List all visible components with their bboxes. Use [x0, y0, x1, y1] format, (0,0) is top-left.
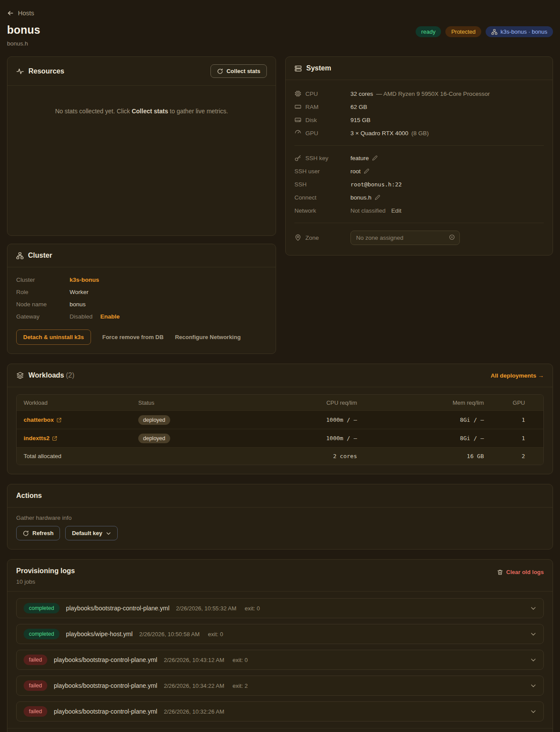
role-value: Worker: [70, 289, 267, 295]
log-entry[interactable]: failed playbooks/bootstrap-control-plane…: [16, 701, 544, 721]
gateway-enable-link[interactable]: Enable: [100, 313, 119, 320]
refresh-button[interactable]: Refresh: [16, 526, 60, 540]
network-edit-link[interactable]: Edit: [391, 207, 401, 214]
log-status-badge: completed: [24, 603, 60, 613]
map-pin-icon: [294, 234, 301, 241]
zone-locate-icon[interactable]: [448, 234, 455, 241]
ram-icon: [294, 103, 301, 110]
resources-empty-state: No stats collected yet. Click Collect st…: [7, 86, 276, 115]
clear-old-logs-button[interactable]: Clear old logs: [497, 569, 544, 575]
zone-label: Zone: [305, 235, 319, 241]
role-label: Role: [16, 289, 70, 295]
ram-value: 62 GB: [350, 104, 544, 110]
edit-ssh-user-icon[interactable]: [364, 168, 370, 174]
server-icon: [294, 65, 302, 72]
resources-title: Resources: [28, 67, 64, 75]
cluster-icon: [491, 29, 497, 35]
chevron-down-icon: [530, 631, 536, 637]
disk-icon: [294, 116, 301, 123]
network-label: Network: [294, 207, 316, 214]
page-header: bonus bonus.h ready Protected k3s-bonus …: [7, 24, 553, 47]
status-badge: deployed: [138, 415, 170, 425]
workloads-title: Workloads(2): [28, 371, 74, 379]
host-detail-page: Hosts bonus bonus.h ready Protected k3s-…: [0, 0, 560, 732]
ssh-key-value: feature: [350, 155, 369, 161]
force-remove-button[interactable]: Force remove from DB: [102, 334, 164, 340]
key-select-dropdown[interactable]: Default key: [65, 526, 117, 540]
all-deployments-link[interactable]: All deployments →: [490, 372, 544, 379]
ssh-value: root@bonus.h:22: [350, 181, 544, 188]
cluster-panel: Cluster Cluster k3s-bonus Role Worker No…: [7, 244, 276, 354]
logs-title: Provisioning logs: [16, 567, 75, 575]
chevron-down-icon: [530, 683, 536, 689]
table-row: indextts2 deployed 1000m / – 8Gi / – 1: [17, 429, 543, 447]
table-row: chatterbox deployed 1000m / – 8Gi / – 1: [17, 410, 543, 429]
chevron-down-icon: [530, 605, 536, 611]
ram-label: RAM: [305, 104, 318, 110]
back-to-hosts-link[interactable]: Hosts: [7, 10, 34, 17]
back-label: Hosts: [18, 10, 34, 17]
logs-job-count: 10 jobs: [16, 578, 75, 585]
layers-icon: [16, 371, 24, 379]
system-title: System: [306, 64, 331, 72]
activity-icon: [16, 67, 24, 75]
chevron-down-icon: [530, 657, 536, 663]
gpu-detail: (8 GB): [411, 130, 429, 137]
workload-link[interactable]: chatterbox: [24, 417, 62, 423]
ssh-user-label: SSH user: [294, 168, 320, 175]
connect-label: Connect: [294, 194, 316, 201]
workload-link[interactable]: indextts2: [24, 435, 57, 441]
disk-label: Disk: [305, 117, 317, 123]
cluster-badge[interactable]: k3s-bonus · bonus: [486, 26, 553, 37]
zone-input[interactable]: [350, 231, 460, 245]
cluster-name-link[interactable]: k3s-bonus: [70, 277, 99, 283]
reconfigure-networking-button[interactable]: Reconfigure Networking: [175, 334, 241, 340]
connect-value: bonus.h: [350, 194, 371, 201]
workloads-panel: Workloads(2) All deployments → Workload …: [7, 364, 553, 474]
log-status-badge: failed: [24, 680, 47, 691]
log-entry[interactable]: failed playbooks/bootstrap-control-plane…: [16, 650, 544, 670]
trash-icon: [497, 569, 503, 575]
refresh-icon: [217, 68, 223, 74]
cpu-value: 32 cores: [350, 91, 373, 97]
cpu-detail: — AMD Ryzen 9 5950X 16-Core Processor: [376, 91, 490, 97]
node-name-label: Node name: [16, 301, 70, 308]
gpu-icon: [294, 130, 301, 137]
chevron-down-icon: [106, 531, 111, 536]
refresh-icon: [23, 530, 29, 536]
actions-panel: Actions Gather hardware info Refresh Def…: [7, 484, 553, 550]
gather-hardware-label: Gather hardware info: [16, 515, 544, 521]
log-entry[interactable]: completed playbooks/wipe-host.yml 2/26/2…: [16, 624, 544, 644]
external-link-icon: [52, 436, 57, 441]
log-entry[interactable]: failed playbooks/bootstrap-control-plane…: [16, 676, 544, 696]
log-entry[interactable]: completed playbooks/bootstrap-control-pl…: [16, 598, 544, 618]
cluster-badge-label: k3s-bonus · bonus: [500, 28, 547, 35]
gateway-status: Disabled: [70, 313, 93, 320]
page-title: bonus: [7, 24, 40, 36]
gpu-label: GPU: [305, 130, 318, 137]
collect-stats-button[interactable]: Collect stats: [210, 64, 267, 78]
workloads-table: Workload Status CPU req/lim Mem req/lim …: [16, 394, 544, 465]
network-value: Not classified: [350, 207, 385, 214]
detach-uninstall-button[interactable]: Detach & uninstall k3s: [16, 329, 91, 345]
cpu-icon: [294, 90, 301, 97]
table-total-row: Total allocated 2 cores 16 GB 2: [17, 447, 543, 465]
protected-badge: Protected: [445, 26, 481, 37]
gpu-value: 3 × Quadro RTX 4000: [350, 130, 408, 137]
status-badges: ready Protected k3s-bonus · bonus: [416, 26, 553, 37]
hierarchy-icon: [16, 252, 24, 259]
resources-panel: Resources Collect stats No stats collect…: [7, 56, 276, 236]
log-list: completed playbooks/bootstrap-control-pl…: [16, 598, 544, 721]
cluster-title: Cluster: [28, 252, 52, 259]
back-arrow-icon: [7, 10, 14, 17]
log-status-badge: failed: [24, 655, 47, 665]
log-status-badge: failed: [24, 706, 47, 717]
cpu-label: CPU: [305, 91, 318, 97]
ssh-user-value: root: [350, 168, 360, 175]
key-icon: [294, 154, 301, 161]
ready-badge: ready: [416, 26, 441, 37]
edit-ssh-key-icon[interactable]: [372, 155, 378, 161]
disk-value: 915 GB: [350, 117, 544, 123]
external-link-icon: [56, 417, 62, 423]
edit-connect-icon[interactable]: [374, 194, 381, 200]
